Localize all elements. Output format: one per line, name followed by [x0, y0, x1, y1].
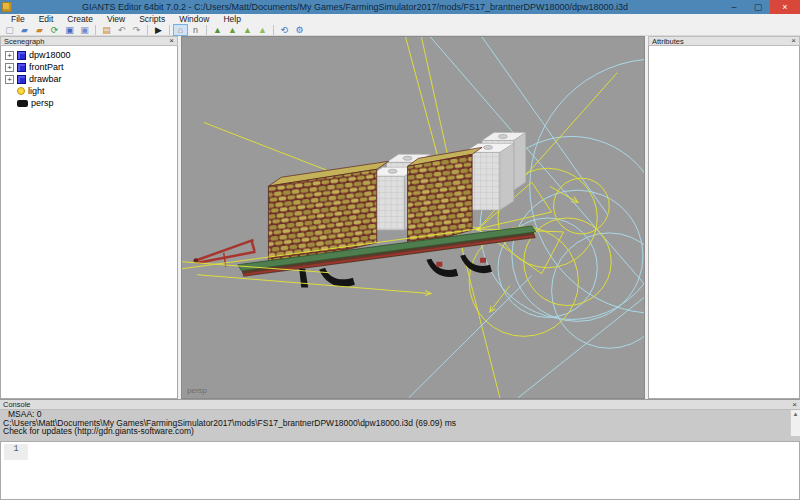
console-scrollbar[interactable]: ▲	[790, 410, 800, 436]
terrain-paint-icon[interactable]: ▲	[225, 24, 240, 36]
save-icon[interactable]: ▣	[62, 24, 77, 36]
menu-scripts[interactable]: Scripts	[132, 14, 172, 24]
menu-edit[interactable]: Edit	[32, 14, 61, 24]
tree-item-label: persp	[31, 98, 54, 108]
refresh-icon[interactable]: ⟳	[47, 24, 62, 36]
redo-icon[interactable]: ↷	[129, 24, 144, 36]
import-icon[interactable]: ▰	[32, 24, 47, 36]
light-icon	[17, 87, 25, 95]
transform-group-icon	[17, 63, 26, 72]
camera-icon	[17, 100, 28, 107]
console-output: MSAA: 0C:\Users\Matt\Documents\My Games\…	[0, 410, 790, 436]
menu-bar: FileEditCreateViewScriptsWindowHelp	[0, 14, 800, 24]
scenegraph-title: Scenegraph	[4, 37, 169, 46]
viewport-camera-label: persp	[187, 386, 207, 395]
close-button[interactable]: ×	[770, 0, 800, 14]
scroll-up-icon[interactable]: ▲	[793, 411, 799, 417]
attributes-panel: Attributes ×	[648, 36, 800, 399]
console-header: Console ×	[0, 400, 800, 410]
toolbar-separator	[273, 25, 274, 35]
play-icon[interactable]: ▶	[151, 24, 166, 36]
camera-home-icon[interactable]: ⌂	[173, 24, 188, 36]
restore-button[interactable]: ▢	[746, 0, 770, 14]
letter-n-icon[interactable]: n	[188, 24, 203, 36]
transform-group-icon	[17, 51, 26, 60]
window-title: GIANTS Editor 64bit 7.0.2 - C:/Users/Mat…	[0, 2, 710, 12]
paste-icon[interactable]: ▤	[99, 24, 114, 36]
scenegraph-item-light[interactable]: light	[5, 85, 177, 97]
attributes-header: Attributes ×	[648, 36, 800, 46]
tree-item-label: dpw18000	[29, 50, 71, 60]
scenegraph-item-drawbar[interactable]: +drawbar	[5, 73, 177, 85]
attributes-title: Attributes	[652, 37, 791, 46]
reload-scripts-icon[interactable]: ⚙	[292, 24, 307, 36]
attributes-close-icon[interactable]: ×	[791, 37, 796, 45]
reload-shaders-icon[interactable]: ⟲	[277, 24, 292, 36]
toolbar-separator	[169, 25, 170, 35]
scenegraph-item-persp[interactable]: persp	[5, 97, 177, 109]
line-number-gutter: 1	[4, 444, 28, 460]
toolbar-separator	[206, 25, 207, 35]
console-title: Console	[3, 400, 792, 409]
tree-item-label: light	[28, 86, 45, 96]
foliage-paint-icon[interactable]: ▲	[240, 24, 255, 36]
transform-group-icon	[17, 75, 26, 84]
menu-file[interactable]: File	[4, 14, 32, 24]
title-bar: GIANTS Editor 64bit 7.0.2 - C:/Users/Mat…	[0, 0, 800, 14]
undo-icon[interactable]: ↶	[114, 24, 129, 36]
toolbar-separator	[95, 25, 96, 35]
console-panel: Console × MSAA: 0C:\Users\Matt\Documents…	[0, 399, 800, 500]
scenegraph-panel: Scenegraph × +dpw18000+frontPart+drawbar…	[0, 36, 178, 399]
script-editor[interactable]: 1	[0, 441, 800, 500]
minimize-button[interactable]: –	[722, 0, 746, 14]
viewport-3d-scene[interactable]	[182, 37, 644, 398]
scenegraph-item-frontPart[interactable]: +frontPart	[5, 61, 177, 73]
save-as-icon[interactable]: ▣	[77, 24, 92, 36]
expand-plus-icon[interactable]: +	[5, 51, 14, 60]
line-number: 1	[13, 444, 18, 454]
menu-window[interactable]: Window	[172, 14, 216, 24]
scenegraph-close-icon[interactable]: ×	[169, 37, 174, 45]
toolbar: ▢▰▰⟳▣▣▤↶↷▶⌂n▲▲▲▲⟲⚙	[0, 24, 800, 36]
attributes-body	[648, 46, 800, 399]
expand-plus-icon[interactable]: +	[5, 75, 14, 84]
toolbar-separator	[147, 25, 148, 35]
open-folder-icon[interactable]: ▰	[17, 24, 32, 36]
menu-create[interactable]: Create	[60, 14, 100, 24]
scenegraph-tree: +dpw18000+frontPart+drawbarlightpersp	[1, 46, 177, 109]
expand-plus-icon[interactable]: +	[5, 63, 14, 72]
menu-view[interactable]: View	[100, 14, 132, 24]
console-close-icon[interactable]: ×	[792, 401, 797, 409]
new-file-icon[interactable]: ▢	[2, 24, 17, 36]
menu-help[interactable]: Help	[216, 14, 247, 24]
tree-item-label: drawbar	[29, 74, 62, 84]
tree-place-icon[interactable]: ▲	[255, 24, 270, 36]
tree-item-label: frontPart	[29, 62, 64, 72]
console-line: Check for updates (http://gdn.giants-sof…	[0, 427, 790, 436]
terrain-sculpt-icon[interactable]: ▲	[210, 24, 225, 36]
scenegraph-header: Scenegraph ×	[0, 36, 178, 46]
scenegraph-item-dpw18000[interactable]: +dpw18000	[5, 49, 177, 61]
viewport-3d[interactable]: persp	[181, 36, 645, 399]
